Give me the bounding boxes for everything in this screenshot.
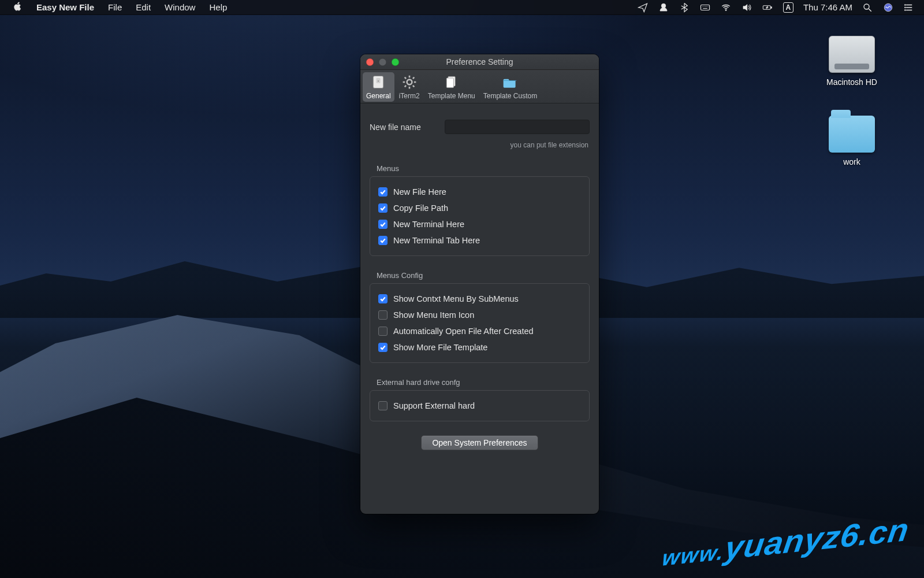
documents-icon [443,73,460,91]
checkbox-row[interactable]: Show Menu Item Icon [378,307,581,323]
svg-point-9 [904,9,906,10]
tab-template-menu[interactable]: Template Menu [424,72,479,102]
desktop-icon-macintosh-hd[interactable]: Macintosh HD [820,36,884,87]
hard-drive-icon [829,36,875,73]
window-minimize-button[interactable] [379,58,386,66]
group-menus: New File HereCopy File PathNew Terminal … [370,176,590,256]
svg-rect-15 [446,78,453,88]
switch-icon [370,73,387,91]
checkbox-label: New Terminal Tab Here [393,236,480,245]
checkbox-row[interactable]: New Terminal Here [378,216,581,232]
gear-icon [401,73,418,91]
siri-icon[interactable] [882,2,894,13]
checkbox[interactable] [378,203,388,213]
folder-icon [501,73,519,91]
checkbox-label: New File Here [393,187,446,197]
checkbox-label: New Terminal Here [393,220,464,229]
checkbox[interactable] [378,327,388,336]
menu-window[interactable]: Window [158,0,202,14]
svg-point-7 [904,4,906,5]
menu-bar-clock[interactable]: Thu 7:46 AM [803,2,852,12]
tab-label: General [366,92,391,100]
checkbox-row[interactable]: Support External hard [378,398,581,414]
svg-point-8 [904,7,906,8]
notification-center-icon[interactable] [903,2,915,13]
preferences-window: Preference Setting General iTerm2 Templa… [360,54,599,514]
battery-icon[interactable] [762,2,773,13]
menu-edit[interactable]: Edit [129,0,157,14]
preferences-toolbar: General iTerm2 Template Menu Template Cu… [360,70,599,103]
desktop-icon-label: Macintosh HD [820,77,884,87]
checkbox-label: Copy File Path [393,203,448,213]
new-file-hint: you can put file extension [370,141,588,149]
window-titlebar[interactable]: Preference Setting [360,54,599,70]
desktop-icon-work[interactable]: work [820,116,884,166]
svg-point-13 [407,80,412,85]
menu-bar-status: A Thu 7:46 AM [637,2,917,13]
location-icon[interactable] [637,2,649,13]
svg-point-2 [725,9,726,10]
svg-point-0 [661,3,666,8]
checkbox-row[interactable]: New File Here [378,184,581,200]
group-menus-config: Show Contxt Menu By SubMenusShow Menu It… [370,283,590,363]
tab-general[interactable]: General [363,72,394,102]
checkbox-row[interactable]: Copy File Path [378,200,581,216]
tab-template-custom[interactable]: Template Custom [480,72,541,102]
section-menus-label: Menus [377,164,590,173]
tab-label: iTerm2 [399,92,420,100]
apple-menu[interactable] [7,0,29,14]
menu-file[interactable]: File [102,0,128,14]
preferences-content: New file name you can put file extension… [360,103,599,514]
checkbox-label: Show More File Template [393,343,487,352]
section-menus-config-label: Menus Config [377,271,590,280]
checkbox-row[interactable]: New Terminal Tab Here [378,232,581,249]
section-external-label: External hard drive confg [377,378,590,387]
window-zoom-button[interactable] [392,58,399,66]
checkbox-label: Automatically Open File After Created [393,327,534,336]
menu-help[interactable]: Help [203,0,233,14]
svg-rect-4 [771,6,772,8]
checkbox-row[interactable]: Show Contxt Menu By SubMenus [378,291,581,307]
user-icon[interactable] [658,2,669,13]
menu-bar: Easy New File File Edit Window Help A Th… [0,0,924,15]
svg-point-5 [864,4,869,9]
checkbox[interactable] [378,294,388,303]
new-file-name-input[interactable] [445,120,590,134]
tab-label: Template Menu [428,92,475,100]
open-system-preferences-button[interactable]: Open System Preferences [421,435,538,450]
checkbox-row[interactable]: Automatically Open File After Created [378,323,581,339]
checkbox-label: Show Contxt Menu By SubMenus [393,294,519,303]
checkbox[interactable] [378,343,388,352]
checkbox[interactable] [378,310,388,320]
window-close-button[interactable] [366,58,374,66]
tab-iterm2[interactable]: iTerm2 [396,72,423,102]
checkbox[interactable] [378,220,388,229]
svg-point-12 [378,80,379,81]
checkbox[interactable] [378,401,388,410]
desktop-icon-label: work [820,157,884,166]
volume-icon[interactable] [741,2,752,13]
spotlight-icon[interactable] [862,2,873,13]
group-external: Support External hard [370,390,590,421]
app-name-menu[interactable]: Easy New File [30,0,100,14]
input-source-icon[interactable]: A [783,2,794,13]
checkbox-row[interactable]: Show More File Template [378,339,581,355]
checkbox[interactable] [378,187,388,197]
svg-rect-1 [701,5,709,10]
checkbox-label: Support External hard [393,401,475,410]
bluetooth-icon[interactable] [679,2,690,13]
new-file-name-label: New file name [370,123,433,132]
folder-icon [829,116,875,153]
wifi-icon[interactable] [720,2,732,13]
keyboard-icon[interactable] [699,2,711,13]
window-traffic-lights [366,58,399,66]
checkbox[interactable] [378,236,388,245]
tab-label: Template Custom [483,92,537,100]
checkbox-label: Show Menu Item Icon [393,310,474,320]
apple-icon [13,2,23,13]
